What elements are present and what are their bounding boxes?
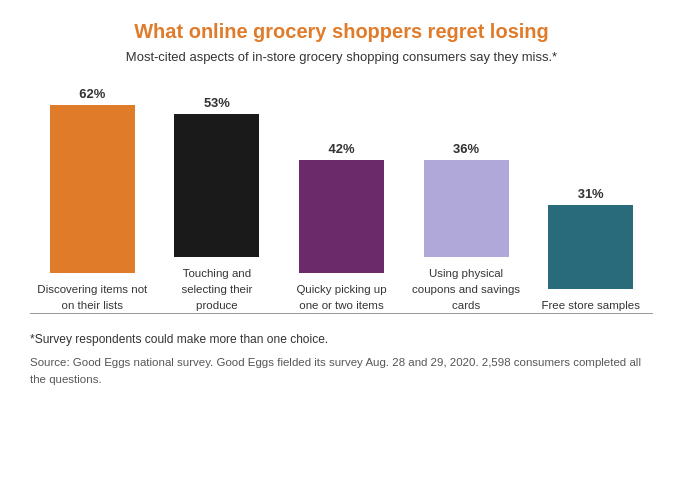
- bar-picking-group: 42%Quicky picking up one or two items: [285, 141, 397, 313]
- bar-picking: [299, 160, 384, 273]
- footnote: *Survey respondents could make more than…: [30, 332, 653, 346]
- bar-discovering-group: 62%Discovering items not on their lists: [36, 86, 148, 313]
- bar-coupons-group: 36%Using physical coupons and savings ca…: [410, 141, 522, 313]
- bar-coupons-percent: 36%: [453, 141, 479, 156]
- bar-coupons-label: Using physical coupons and savings cards: [411, 265, 521, 313]
- bar-discovering-percent: 62%: [79, 86, 105, 101]
- bar-touching-label: Touching and selecting their produce: [162, 265, 272, 313]
- bar-picking-label: Quicky picking up one or two items: [286, 281, 396, 313]
- bar-touching-percent: 53%: [204, 95, 230, 110]
- chart-title: What online grocery shoppers regret losi…: [30, 20, 653, 43]
- bar-picking-percent: 42%: [328, 141, 354, 156]
- source: Source: Good Eggs national survey. Good …: [30, 354, 653, 389]
- bar-coupons: [424, 160, 509, 257]
- bar-touching-group: 53%Touching and selecting their produce: [161, 95, 273, 313]
- bar-discovering-label: Discovering items not on their lists: [37, 281, 147, 313]
- bar-samples-percent: 31%: [578, 186, 604, 201]
- bar-samples: [548, 205, 633, 289]
- bar-samples-group: 31%Free store samples: [535, 186, 647, 313]
- chart-subtitle: Most-cited aspects of in-store grocery s…: [30, 49, 653, 64]
- bar-discovering: [50, 105, 135, 273]
- chart-area: 62%Discovering items not on their lists5…: [30, 94, 653, 314]
- bar-samples-label: Free store samples: [536, 297, 646, 313]
- bar-touching: [174, 114, 259, 257]
